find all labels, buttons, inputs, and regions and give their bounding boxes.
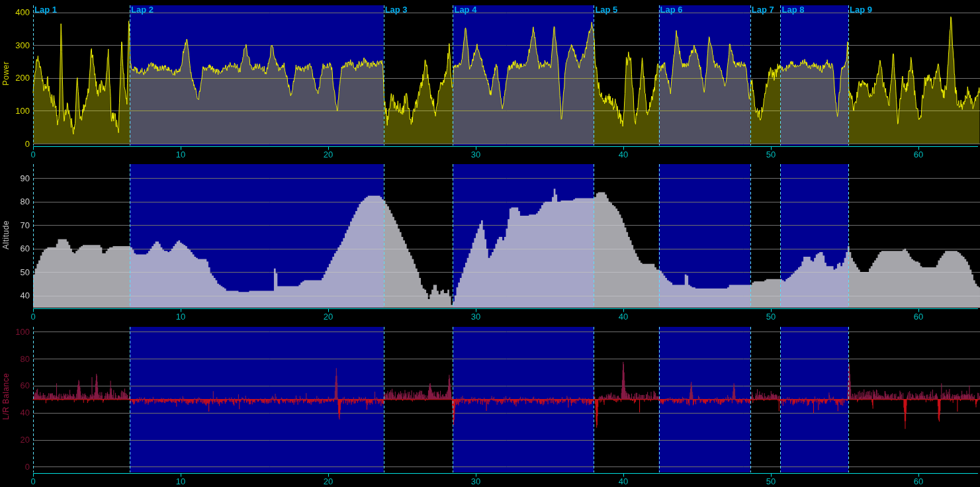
power-chart-canvas[interactable] bbox=[0, 0, 980, 161]
ride-analysis-chart-stack: Power Altitude L/R Balance bbox=[0, 0, 980, 487]
balance-chart-panel: L/R Balance bbox=[0, 320, 980, 487]
altitude-chart-panel: Altitude bbox=[0, 161, 980, 320]
power-chart-panel: Power bbox=[0, 0, 980, 161]
altitude-chart-canvas[interactable] bbox=[0, 161, 980, 320]
balance-chart-canvas[interactable] bbox=[0, 320, 980, 487]
